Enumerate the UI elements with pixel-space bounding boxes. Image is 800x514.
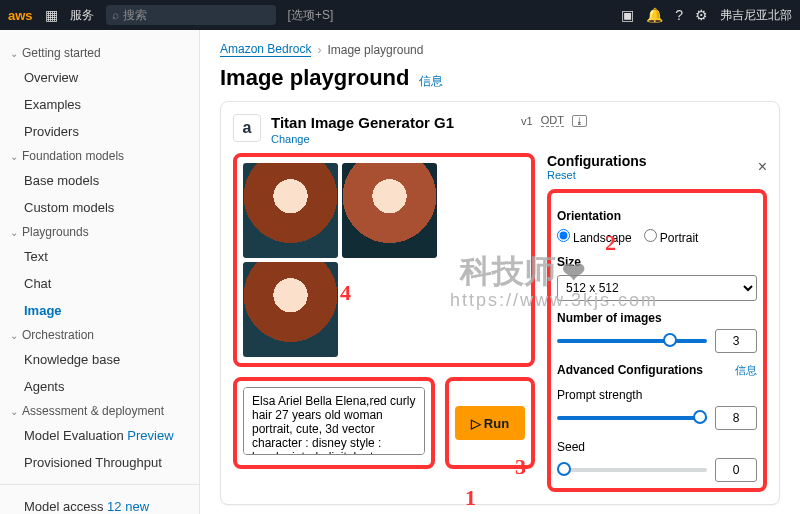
search-icon: ⌕ (112, 8, 119, 22)
close-icon[interactable]: × (758, 158, 767, 176)
page-title: Image playground信息 (220, 65, 780, 91)
orientation-portrait[interactable]: Portrait (644, 229, 699, 245)
new-badge: 12 new (107, 499, 149, 514)
strength-input[interactable] (715, 406, 757, 430)
reset-link[interactable]: Reset (547, 169, 647, 181)
play-icon: ▷ (471, 416, 481, 431)
model-logo: a (233, 114, 261, 142)
model-name: Titan Image Generator G1 (271, 114, 454, 131)
results-area-annotation (233, 153, 535, 367)
seed-label: Seed (557, 440, 585, 454)
chevron-down-icon: ⌄ (10, 227, 18, 238)
generated-image[interactable] (243, 163, 338, 258)
sidebar-item-knowledge-base[interactable]: Knowledge base (0, 346, 199, 373)
strength-label: Prompt strength (557, 388, 642, 402)
change-model-link[interactable]: Change (271, 133, 454, 145)
model-odt[interactable]: ODT (541, 114, 564, 127)
run-button[interactable]: ▷Run (455, 406, 525, 440)
topbar: aws ▦ 服务 ⌕ 搜索 [选项+S] ▣ 🔔 ? ⚙ 弗吉尼亚北部 (0, 0, 800, 30)
num-images-slider[interactable] (557, 339, 707, 343)
config-title: Configurations (547, 153, 647, 169)
gear-icon[interactable]: ⚙ (695, 7, 708, 23)
search-placeholder: 搜索 (123, 7, 147, 24)
sidebar-item-provisioned-throughput[interactable]: Provisioned Throughput (0, 449, 199, 476)
aws-logo[interactable]: aws (8, 8, 33, 23)
services-label[interactable]: 服务 (70, 7, 94, 24)
group-foundation-models[interactable]: ⌄Foundation models (0, 145, 199, 167)
group-orchestration[interactable]: ⌄Orchestration (0, 324, 199, 346)
size-select[interactable]: 512 x 512 (557, 275, 757, 301)
generated-image[interactable] (243, 262, 338, 357)
orientation-label: Orientation (557, 209, 621, 223)
cloudshell-icon[interactable]: ▣ (621, 7, 634, 23)
num-images-label: Number of images (557, 311, 662, 325)
group-getting-started[interactable]: ⌄Getting started (0, 42, 199, 64)
chevron-down-icon: ⌄ (10, 48, 18, 59)
sidebar-item-base-models[interactable]: Base models (0, 167, 199, 194)
generated-images (243, 163, 453, 357)
sidebar-item-image[interactable]: Image (0, 297, 199, 324)
seed-slider[interactable] (557, 468, 707, 472)
group-assessment[interactable]: ⌄Assessment & deployment (0, 400, 199, 422)
download-icon[interactable]: ⭳ (572, 115, 587, 127)
orientation-landscape[interactable]: Landscape (557, 229, 632, 245)
chevron-right-icon: › (317, 43, 321, 57)
sidebar-item-examples[interactable]: Examples (0, 91, 199, 118)
config-panel: Configurations Reset × Orientation Lands… (547, 153, 767, 492)
model-version: v1 (521, 115, 533, 127)
size-label: Size (557, 255, 581, 269)
services-grid-icon[interactable]: ▦ (45, 7, 58, 23)
sidebar-item-text[interactable]: Text (0, 243, 199, 270)
model-header: a Titan Image Generator G1 Change (233, 114, 767, 145)
chevron-down-icon: ⌄ (10, 151, 18, 162)
advanced-label: Advanced Configurations (557, 363, 703, 378)
search-input-wrap[interactable]: ⌕ 搜索 (106, 5, 276, 25)
sidebar-item-providers[interactable]: Providers (0, 118, 199, 145)
prompt-input[interactable]: Elsa Ariel Bella Elena,red curly hair 27… (243, 387, 425, 455)
sidebar: ⌄Getting started Overview Examples Provi… (0, 30, 200, 514)
config-annotation: Orientation Landscape Portrait Size 512 … (547, 189, 767, 492)
seed-input[interactable] (715, 458, 757, 482)
prompt-annotation: Elsa Ariel Bella Elena,red curly hair 27… (233, 377, 435, 469)
breadcrumb-root[interactable]: Amazon Bedrock (220, 42, 311, 57)
chevron-down-icon: ⌄ (10, 330, 18, 341)
sidebar-item-model-evaluation[interactable]: Model Evaluation Preview (0, 422, 199, 449)
generated-image[interactable] (342, 163, 437, 258)
num-images-input[interactable] (715, 329, 757, 353)
strength-slider[interactable] (557, 416, 707, 420)
info-link[interactable]: 信息 (419, 73, 443, 90)
chevron-down-icon: ⌄ (10, 406, 18, 417)
sidebar-item-model-access[interactable]: Model access 12 new (0, 493, 199, 514)
breadcrumb-current: Image playground (327, 43, 423, 57)
sidebar-item-custom-models[interactable]: Custom models (0, 194, 199, 221)
group-playgrounds[interactable]: ⌄Playgrounds (0, 221, 199, 243)
content: Amazon Bedrock › Image playground Image … (200, 30, 800, 514)
run-annotation: ▷Run (445, 377, 535, 469)
region-selector[interactable]: 弗吉尼亚北部 (720, 7, 792, 24)
bell-icon[interactable]: 🔔 (646, 7, 663, 23)
sidebar-item-overview[interactable]: Overview (0, 64, 199, 91)
shortcut-hint: [选项+S] (288, 7, 334, 24)
help-icon[interactable]: ? (675, 7, 683, 23)
breadcrumb: Amazon Bedrock › Image playground (220, 42, 780, 57)
advanced-info-link[interactable]: 信息 (735, 363, 757, 378)
sidebar-item-agents[interactable]: Agents (0, 373, 199, 400)
preview-badge: Preview (127, 428, 173, 443)
sidebar-item-chat[interactable]: Chat (0, 270, 199, 297)
playground-card: a Titan Image Generator G1 Change v1 ODT… (220, 101, 780, 505)
